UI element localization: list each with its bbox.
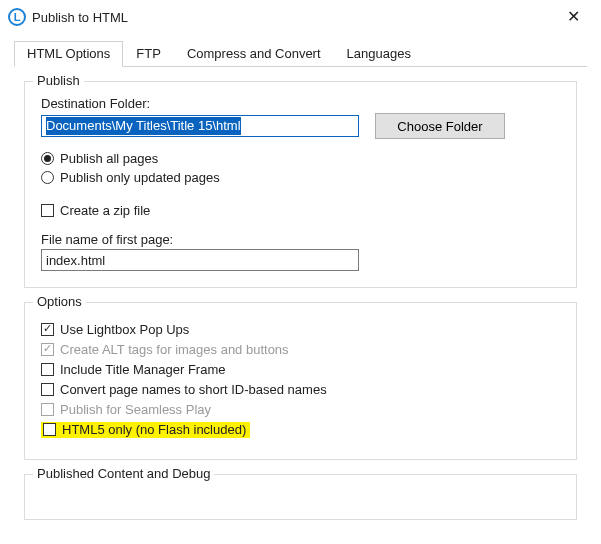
options-legend: Options (33, 294, 86, 309)
tab-compress-convert[interactable]: Compress and Convert (174, 41, 334, 67)
radio-icon (41, 171, 54, 184)
checkbox-short-id-label: Convert page names to short ID-based nam… (60, 382, 327, 397)
checkbox-short-id[interactable]: Convert page names to short ID-based nam… (41, 382, 560, 397)
checkbox-title-manager[interactable]: Include Title Manager Frame (41, 362, 560, 377)
titlebar: L Publish to HTML ✕ (0, 0, 601, 34)
tab-bar: HTML Options FTP Compress and Convert La… (14, 40, 587, 67)
tab-ftp[interactable]: FTP (123, 41, 174, 67)
checkbox-icon (41, 343, 54, 356)
firstpage-label: File name of first page: (41, 232, 560, 247)
checkbox-icon (41, 204, 54, 217)
checkbox-seamless: Publish for Seamless Play (41, 402, 560, 417)
checkbox-icon (43, 423, 56, 436)
window-title: Publish to HTML (26, 10, 553, 25)
destination-folder-value: Documents\My Titles\Title 15\html (46, 117, 241, 135)
checkbox-html5-only-label: HTML5 only (no Flash included) (62, 422, 246, 437)
checkbox-icon (41, 403, 54, 416)
radio-publish-all-label: Publish all pages (60, 151, 158, 166)
checkbox-lightbox-label: Use Lightbox Pop Ups (60, 322, 189, 337)
radio-publish-all[interactable]: Publish all pages (41, 151, 560, 166)
tab-html-options[interactable]: HTML Options (14, 41, 123, 67)
checkbox-alt-tags-label: Create ALT tags for images and buttons (60, 342, 289, 357)
checkbox-create-zip[interactable]: Create a zip file (41, 203, 560, 218)
firstpage-input[interactable]: index.html (41, 249, 359, 271)
checkbox-seamless-label: Publish for Seamless Play (60, 402, 211, 417)
checkbox-title-manager-label: Include Title Manager Frame (60, 362, 225, 377)
radio-icon (41, 152, 54, 165)
firstpage-value: index.html (46, 253, 105, 268)
checkbox-icon (41, 323, 54, 336)
checkbox-lightbox[interactable]: Use Lightbox Pop Ups (41, 322, 560, 337)
publish-legend: Publish (33, 73, 84, 88)
tab-languages[interactable]: Languages (334, 41, 424, 67)
radio-publish-updated[interactable]: Publish only updated pages (41, 170, 560, 185)
checkbox-icon (41, 383, 54, 396)
publish-group: Publish Destination Folder: Documents\My… (24, 81, 577, 288)
checkbox-alt-tags: Create ALT tags for images and buttons (41, 342, 560, 357)
app-icon: L (8, 8, 26, 26)
checkbox-html5-only[interactable]: HTML5 only (no Flash included) (41, 422, 560, 438)
published-debug-legend: Published Content and Debug (33, 466, 214, 481)
checkbox-create-zip-label: Create a zip file (60, 203, 150, 218)
highlight-marker: HTML5 only (no Flash included) (41, 422, 250, 438)
radio-publish-updated-label: Publish only updated pages (60, 170, 220, 185)
checkbox-icon (41, 363, 54, 376)
close-button[interactable]: ✕ (553, 9, 593, 25)
destination-folder-label: Destination Folder: (41, 96, 560, 111)
choose-folder-button[interactable]: Choose Folder (375, 113, 505, 139)
destination-folder-input[interactable]: Documents\My Titles\Title 15\html (41, 115, 359, 137)
published-debug-group: Published Content and Debug (24, 474, 577, 520)
options-group: Options Use Lightbox Pop Ups Create ALT … (24, 302, 577, 460)
